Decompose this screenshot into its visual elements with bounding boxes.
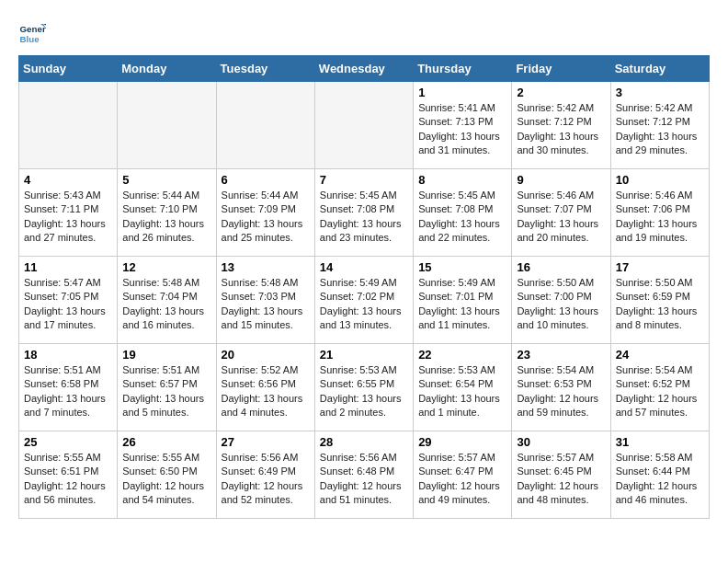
- cell-info: Sunrise: 5:48 AM: [222, 276, 310, 290]
- day-number: 3: [616, 86, 704, 99]
- cell-info: Sunrise: 5:56 AM: [222, 451, 310, 465]
- day-number: 5: [122, 173, 210, 187]
- cell-info: Sunset: 6:45 PM: [517, 465, 605, 478]
- cell-info: Daylight: 12 hours: [517, 479, 605, 493]
- cell-info: Daylight: 12 hours: [222, 479, 310, 493]
- day-number: 26: [122, 435, 210, 449]
- cell-info: and 46 minutes.: [616, 493, 704, 507]
- cell-info: and 30 minutes.: [517, 144, 605, 157]
- day-number: 7: [320, 173, 408, 187]
- calendar-cell: 17Sunrise: 5:50 AMSunset: 6:59 PMDayligh…: [610, 257, 709, 344]
- day-number: 17: [616, 260, 704, 274]
- cell-info: Daylight: 13 hours: [616, 304, 704, 318]
- cell-info: Sunset: 6:58 PM: [24, 377, 112, 391]
- day-number: 20: [222, 348, 310, 362]
- cell-info: Daylight: 13 hours: [418, 304, 506, 318]
- calendar-cell: 14Sunrise: 5:49 AMSunset: 7:02 PMDayligh…: [314, 257, 413, 344]
- cell-info: Sunset: 7:07 PM: [517, 202, 605, 216]
- cell-info: Sunset: 7:01 PM: [418, 290, 506, 304]
- cell-info: Sunset: 6:47 PM: [418, 465, 506, 478]
- calendar-cell: 18Sunrise: 5:51 AMSunset: 6:58 PMDayligh…: [19, 344, 118, 431]
- cell-info: Sunset: 6:48 PM: [320, 465, 408, 478]
- calendar-cell: 31Sunrise: 5:58 AMSunset: 6:44 PMDayligh…: [610, 431, 709, 519]
- calendar-cell: 27Sunrise: 5:56 AMSunset: 6:49 PMDayligh…: [216, 431, 314, 519]
- cell-info: Daylight: 13 hours: [24, 392, 112, 406]
- cell-info: Daylight: 13 hours: [122, 304, 210, 318]
- calendar-cell: 30Sunrise: 5:57 AMSunset: 6:45 PMDayligh…: [512, 431, 610, 519]
- cell-info: and 29 minutes.: [616, 144, 704, 157]
- cell-info: and 27 minutes.: [24, 231, 112, 245]
- cell-info: Daylight: 13 hours: [122, 392, 210, 406]
- cell-info: Sunrise: 5:45 AM: [320, 189, 408, 202]
- cell-info: Sunset: 7:00 PM: [517, 290, 605, 304]
- calendar-cell: 1Sunrise: 5:41 AMSunset: 7:13 PMDaylight…: [414, 82, 512, 169]
- week-row-3: 11Sunrise: 5:47 AMSunset: 7:05 PMDayligh…: [19, 257, 710, 344]
- cell-info: and 10 minutes.: [517, 318, 605, 332]
- week-row-4: 18Sunrise: 5:51 AMSunset: 6:58 PMDayligh…: [19, 344, 710, 431]
- calendar-table: SundayMondayTuesdayWednesdayThursdayFrid…: [18, 55, 710, 519]
- cell-info: Sunrise: 5:47 AM: [24, 276, 112, 290]
- cell-info: Daylight: 13 hours: [222, 217, 310, 231]
- cell-info: Sunset: 6:57 PM: [122, 377, 210, 391]
- cell-info: Sunrise: 5:42 AM: [517, 101, 605, 115]
- day-number: 11: [24, 260, 112, 274]
- day-number: 29: [418, 435, 506, 449]
- day-number: 8: [418, 173, 506, 187]
- day-number: 16: [517, 260, 605, 274]
- calendar-cell: [19, 82, 118, 169]
- cell-info: Sunset: 7:10 PM: [122, 202, 210, 216]
- calendar-cell: 4Sunrise: 5:43 AMSunset: 7:11 PMDaylight…: [19, 169, 118, 257]
- cell-info: Sunset: 6:50 PM: [122, 465, 210, 478]
- day-number: 14: [320, 260, 408, 274]
- cell-info: Sunrise: 5:42 AM: [616, 101, 704, 115]
- calendar-cell: [118, 82, 216, 169]
- day-number: 25: [24, 435, 112, 449]
- cell-info: and 8 minutes.: [616, 318, 704, 332]
- cell-info: Daylight: 13 hours: [517, 130, 605, 144]
- day-number: 4: [24, 173, 112, 187]
- calendar-cell: 22Sunrise: 5:53 AMSunset: 6:54 PMDayligh…: [414, 344, 512, 431]
- cell-info: Daylight: 13 hours: [616, 217, 704, 231]
- calendar-cell: 7Sunrise: 5:45 AMSunset: 7:08 PMDaylight…: [314, 169, 413, 257]
- cell-info: Sunset: 7:11 PM: [24, 202, 112, 216]
- cell-info: Daylight: 13 hours: [418, 392, 506, 406]
- cell-info: Sunset: 7:09 PM: [222, 202, 310, 216]
- cell-info: Sunset: 6:51 PM: [24, 465, 112, 478]
- cell-info: Sunset: 7:05 PM: [24, 290, 112, 304]
- cell-info: Daylight: 13 hours: [616, 130, 704, 144]
- cell-info: and 25 minutes.: [222, 231, 310, 245]
- cell-info: and 16 minutes.: [122, 318, 210, 332]
- cell-info: Sunset: 7:04 PM: [122, 290, 210, 304]
- week-row-5: 25Sunrise: 5:55 AMSunset: 6:51 PMDayligh…: [19, 431, 710, 519]
- cell-info: and 54 minutes.: [122, 493, 210, 507]
- cell-info: Daylight: 12 hours: [616, 392, 704, 406]
- cell-info: Daylight: 13 hours: [320, 217, 408, 231]
- day-number: 9: [517, 173, 605, 187]
- cell-info: Sunrise: 5:49 AM: [418, 276, 506, 290]
- weekday-header-sunday: Sunday: [19, 56, 118, 82]
- cell-info: and 20 minutes.: [517, 231, 605, 245]
- logo-icon: General Blue: [18, 18, 46, 46]
- cell-info: Sunset: 6:55 PM: [320, 377, 408, 391]
- cell-info: Sunrise: 5:58 AM: [616, 451, 704, 465]
- week-row-1: 1Sunrise: 5:41 AMSunset: 7:13 PMDaylight…: [19, 82, 710, 169]
- cell-info: Daylight: 13 hours: [517, 304, 605, 318]
- cell-info: Sunset: 7:02 PM: [320, 290, 408, 304]
- calendar-cell: 25Sunrise: 5:55 AMSunset: 6:51 PMDayligh…: [19, 431, 118, 519]
- svg-text:Blue: Blue: [20, 34, 40, 44]
- weekday-header-friday: Friday: [512, 56, 610, 82]
- cell-info: Daylight: 13 hours: [24, 304, 112, 318]
- calendar-cell: [314, 82, 413, 169]
- calendar-cell: 24Sunrise: 5:54 AMSunset: 6:52 PMDayligh…: [610, 344, 709, 431]
- calendar-cell: 8Sunrise: 5:45 AMSunset: 7:08 PMDaylight…: [414, 169, 512, 257]
- cell-info: Sunset: 6:44 PM: [616, 465, 704, 478]
- day-number: 6: [222, 173, 310, 187]
- cell-info: and 26 minutes.: [122, 231, 210, 245]
- day-number: 21: [320, 348, 408, 362]
- calendar-cell: 15Sunrise: 5:49 AMSunset: 7:01 PMDayligh…: [414, 257, 512, 344]
- cell-info: Sunrise: 5:49 AM: [320, 276, 408, 290]
- cell-info: and 31 minutes.: [418, 144, 506, 157]
- day-number: 18: [24, 348, 112, 362]
- cell-info: and 52 minutes.: [222, 493, 310, 507]
- cell-info: Sunset: 6:54 PM: [418, 377, 506, 391]
